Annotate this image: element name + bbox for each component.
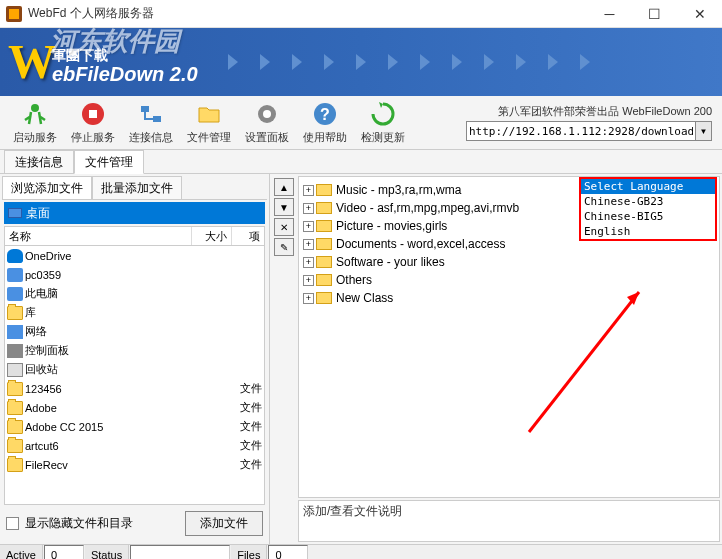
file-manage-button[interactable]: 文件管理 (180, 100, 238, 145)
window-controls: ─ ☐ ✕ (587, 0, 722, 28)
expand-icon[interactable]: + (303, 203, 314, 214)
credit-text: 第八军团软件部荣誉出品 WebFileDown 200 (498, 104, 712, 119)
file-row[interactable]: 此电脑 (5, 284, 264, 303)
file-name: FileRecv (25, 459, 222, 471)
status-files-value: 0 (268, 545, 308, 559)
expand-icon[interactable]: + (303, 221, 314, 232)
file-name: 网络 (25, 324, 222, 339)
subtab-batch-add[interactable]: 批量添加文件 (92, 176, 182, 199)
minimize-button[interactable]: ─ (587, 0, 632, 28)
lang-option[interactable]: Chinese-GB23 (581, 194, 715, 209)
check-update-button[interactable]: 检测更新 (354, 100, 412, 145)
add-file-button[interactable]: 添加文件 (185, 511, 263, 536)
col-item[interactable]: 项 (232, 227, 264, 245)
start-service-button[interactable]: 启动服务 (6, 100, 64, 145)
file-row[interactable]: 控制面板 (5, 341, 264, 360)
trash-icon (7, 363, 23, 377)
file-row[interactable]: Adobe 文件 (5, 398, 264, 417)
right-pane: ▲ ▼ ✕ ✎ Select Language Chinese-GB23 Chi… (270, 174, 722, 544)
tree-row[interactable]: + Others (303, 271, 715, 289)
connection-info-button[interactable]: 连接信息 (122, 100, 180, 145)
folder-icon (7, 382, 23, 396)
expand-icon[interactable]: + (303, 185, 314, 196)
desktop-icon (8, 208, 22, 218)
stop-icon (79, 100, 107, 128)
run-icon (21, 100, 49, 128)
lang-option[interactable]: Chinese-BIG5 (581, 209, 715, 224)
tree-label: Video - asf,rm,mpg,mpeg,avi,rmvb (336, 201, 519, 215)
arrow-icon (452, 54, 462, 70)
svg-line-9 (529, 292, 639, 432)
folder-icon (316, 256, 332, 268)
file-row[interactable]: 网络 (5, 322, 264, 341)
location-bar[interactable]: 桌面 (4, 202, 265, 224)
folder-icon (316, 238, 332, 250)
arrow-icon (580, 54, 590, 70)
lang-option[interactable]: English (581, 224, 715, 239)
nav-up-button[interactable]: ▲ (274, 178, 294, 196)
folder-icon (7, 306, 23, 320)
status-status-label: Status (85, 545, 129, 559)
nav-edit-button[interactable]: ✎ (274, 238, 294, 256)
file-row[interactable]: artcut6 文件 (5, 436, 264, 455)
bottom-controls: 显示隐藏文件和目录 添加文件 (2, 505, 267, 542)
folder-tree[interactable]: Select Language Chinese-GB23 Chinese-BIG… (298, 176, 720, 498)
file-row[interactable]: 库 (5, 303, 264, 322)
svg-text:?: ? (320, 106, 330, 123)
file-name: Adobe (25, 402, 222, 414)
left-pane: 浏览添加文件 批量添加文件 桌面 名称 大小 项 OneDrive pc0359… (0, 174, 270, 544)
arrow-icon (548, 54, 558, 70)
file-name: pc0359 (25, 269, 222, 281)
language-dropdown[interactable]: Select Language Chinese-GB23 Chinese-BIG… (579, 177, 717, 241)
arrow-icon (324, 54, 334, 70)
nav-delete-button[interactable]: ✕ (274, 218, 294, 236)
tree-row[interactable]: + Software - your likes (303, 253, 715, 271)
tool-label: 设置面板 (245, 130, 289, 145)
stop-service-button[interactable]: 停止服务 (64, 100, 122, 145)
tool-label: 启动服务 (13, 130, 57, 145)
expand-icon[interactable]: + (303, 239, 314, 250)
settings-button[interactable]: 设置面板 (238, 100, 296, 145)
file-row[interactable]: FileRecv 文件 (5, 455, 264, 474)
nav-down-button[interactable]: ▼ (274, 198, 294, 216)
file-row[interactable]: 123456 文件 (5, 379, 264, 398)
expand-icon[interactable]: + (303, 257, 314, 268)
file-row[interactable]: Adobe CC 2015 文件 (5, 417, 264, 436)
url-input[interactable] (466, 121, 696, 141)
tab-connection[interactable]: 连接信息 (4, 150, 74, 173)
content-area: 浏览添加文件 批量添加文件 桌面 名称 大小 项 OneDrive pc0359… (0, 174, 722, 544)
url-dropdown-button[interactable]: ▼ (696, 121, 712, 141)
col-size[interactable]: 大小 (192, 227, 232, 245)
show-hidden-checkbox[interactable] (6, 517, 19, 530)
description-area[interactable]: 添加/查看文件说明 (298, 500, 720, 542)
expand-icon[interactable]: + (303, 293, 314, 304)
arrow-icon (228, 54, 238, 70)
help-button[interactable]: ? 使用帮助 (296, 100, 354, 145)
file-name: Adobe CC 2015 (25, 421, 222, 433)
tool-label: 连接信息 (129, 130, 173, 145)
network-icon (137, 100, 165, 128)
help-icon: ? (311, 100, 339, 128)
tab-file-manage[interactable]: 文件管理 (74, 150, 144, 174)
arrow-icon (516, 54, 526, 70)
svg-point-6 (263, 110, 271, 118)
lang-selected[interactable]: Select Language (581, 179, 715, 194)
folder-icon (316, 202, 332, 214)
subtab-browse-add[interactable]: 浏览添加文件 (2, 176, 92, 199)
file-name: 控制面板 (25, 343, 222, 358)
tree-row[interactable]: + New Class (303, 289, 715, 307)
file-list[interactable]: OneDrive pc0359 此电脑 库 网络 控制面板 回收站 123456… (4, 246, 265, 505)
file-row[interactable]: pc0359 (5, 265, 264, 284)
col-name[interactable]: 名称 (5, 227, 192, 245)
file-row[interactable]: 回收站 (5, 360, 264, 379)
arrow-icon (292, 54, 302, 70)
file-row[interactable]: OneDrive (5, 246, 264, 265)
tool-label: 文件管理 (187, 130, 231, 145)
expand-icon[interactable]: + (303, 275, 314, 286)
show-hidden-label: 显示隐藏文件和目录 (25, 515, 179, 532)
file-name: 库 (25, 305, 222, 320)
sub-tabs: 浏览添加文件 批量添加文件 (2, 176, 267, 200)
close-button[interactable]: ✕ (677, 0, 722, 28)
location-text: 桌面 (26, 205, 50, 222)
maximize-button[interactable]: ☐ (632, 0, 677, 28)
